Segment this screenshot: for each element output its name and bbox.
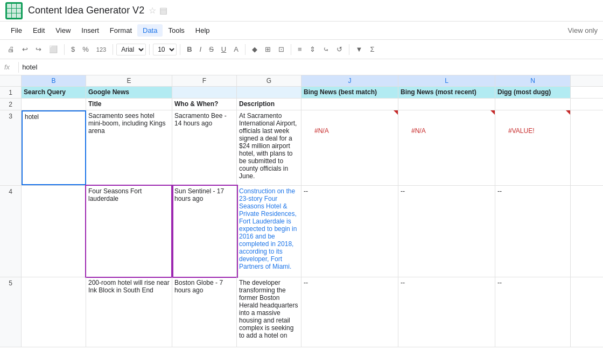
cell-N2[interactable] [495, 99, 571, 110]
cell-J2[interactable] [302, 99, 398, 110]
cell-E5[interactable]: 200-room hotel will rise near Ink Block … [86, 277, 172, 347]
cell-J1[interactable]: Bing News (best match) [302, 87, 398, 98]
merge-button[interactable]: ⊡ [275, 43, 288, 55]
col-F-header[interactable]: F [172, 75, 237, 86]
wrap-button[interactable]: ⤿ [320, 43, 332, 55]
toolbar-separator-7 [349, 44, 349, 55]
cell-F1[interactable] [172, 87, 237, 98]
column-headers: B E F G J L N [0, 75, 603, 87]
toolbar-separator-3 [149, 44, 150, 55]
row-3: 3 hotel Sacramento sees hotel mini-boom,… [0, 110, 603, 186]
menu-bar: File Edit View Insert Format Data Tools … [0, 22, 603, 40]
strikethrough-button[interactable]: S [206, 43, 217, 55]
percent-button[interactable]: % [79, 43, 92, 55]
cell-E1[interactable]: Google News [86, 87, 172, 98]
menu-view[interactable]: View [50, 24, 76, 37]
cell-J4[interactable]: -- [302, 186, 398, 277]
menu-insert[interactable]: Insert [76, 24, 104, 37]
cell-E4[interactable]: Four Seasons Fort lauderdale [86, 186, 172, 277]
toolbar: 🖨 ↩ ↪ ⬜ $ % 123 Arial 10 B I S U A ◆ ⊞ ⊡… [0, 40, 603, 59]
row-num-3: 3 [0, 110, 22, 185]
fill-color-button[interactable]: ◆ [249, 43, 261, 55]
formula-bar-separator [18, 62, 19, 73]
cell-G1[interactable] [237, 87, 302, 98]
cell-J5[interactable]: -- [302, 277, 398, 347]
cell-B5[interactable] [22, 277, 86, 347]
cell-F2[interactable]: Who & When? [172, 99, 237, 110]
borders-button[interactable]: ⊞ [262, 43, 274, 55]
cell-L3[interactable]: #N/A [398, 110, 495, 185]
cell-B3[interactable]: hotel [22, 110, 86, 185]
formula-value: hotel [22, 63, 37, 71]
col-L-header[interactable]: L [398, 75, 495, 86]
cell-N4[interactable]: -- [495, 186, 571, 277]
cell-N5[interactable]: -- [495, 277, 571, 347]
cell-G2[interactable]: Description [237, 99, 302, 110]
font-size-select[interactable]: 10 [153, 44, 177, 55]
cell-L1[interactable]: Bing News (most recent) [398, 87, 495, 98]
cell-F3[interactable]: Sacramento Bee - 14 hours ago [172, 110, 237, 185]
menu-file[interactable]: File [5, 24, 27, 37]
folder-icon[interactable]: ▤ [159, 5, 167, 16]
cell-F5[interactable]: Boston Globe - 7 hours ago [172, 277, 237, 347]
formula-bar: fx hotel [0, 59, 603, 75]
col-B-header[interactable]: B [22, 75, 86, 86]
cell-E3[interactable]: Sacramento sees hotel mini-boom, includi… [86, 110, 172, 185]
bold-button[interactable]: B [184, 43, 195, 55]
col-G-header[interactable]: G [237, 75, 302, 86]
corner-header [0, 75, 22, 86]
cell-G5[interactable]: The developer transforming the former Bo… [237, 277, 302, 347]
toolbar-separator-5 [245, 44, 246, 55]
spreadsheet-title: Content Idea Generator V2 [28, 5, 144, 16]
cell-L2[interactable] [398, 99, 495, 110]
redo-button[interactable]: ↪ [32, 43, 45, 55]
font-name-select[interactable]: Arial [116, 44, 146, 55]
app-icon-grid [7, 4, 21, 18]
cell-F4[interactable]: Sun Sentinel - 17 hours ago [172, 186, 237, 277]
cell-J3[interactable]: #N/A [302, 110, 398, 185]
menu-help[interactable]: Help [190, 24, 215, 37]
cell-B2[interactable] [22, 99, 86, 110]
paint-format-button[interactable]: ⬜ [46, 43, 61, 55]
cell-N3[interactable]: #VALUE! [495, 110, 571, 185]
filter-button[interactable]: ▼ [353, 43, 366, 55]
undo-button[interactable]: ↩ [19, 43, 31, 55]
cell-L5[interactable]: -- [398, 277, 495, 347]
cell-E2[interactable]: Title [86, 99, 172, 110]
rotate-button[interactable]: ↺ [333, 43, 346, 55]
row-4: 4 Four Seasons Fort lauderdale Sun Senti… [0, 186, 603, 277]
sum-button[interactable]: Σ [367, 43, 377, 55]
cell-N1[interactable]: Digg (most dugg) [495, 87, 571, 98]
toolbar-separator-2 [113, 44, 113, 55]
toolbar-separator-6 [291, 44, 291, 55]
cell-L4[interactable]: -- [398, 186, 495, 277]
toolbar-separator-1 [64, 44, 65, 55]
app-icon [5, 2, 23, 19]
row-num-5: 5 [0, 277, 22, 347]
col-N-header[interactable]: N [495, 75, 571, 86]
menu-tools[interactable]: Tools [163, 24, 190, 37]
col-E-header[interactable]: E [86, 75, 172, 86]
fx-label: fx [4, 63, 10, 71]
halign-button[interactable]: ≡ [295, 43, 305, 55]
cell-G4[interactable]: Construction on the 23-story Four Season… [237, 186, 302, 277]
cell-G3[interactable]: At Sacramento International Airport, off… [237, 110, 302, 185]
star-icon[interactable]: ☆ [149, 5, 156, 16]
currency-button[interactable]: $ [68, 43, 78, 55]
cell-B1[interactable]: Search Query [22, 87, 86, 98]
valign-button[interactable]: ⇕ [306, 43, 319, 55]
text-color-button[interactable]: A [230, 43, 242, 55]
italic-button[interactable]: I [197, 43, 205, 55]
menu-data[interactable]: Data [137, 24, 163, 37]
row-1: 1 Search Query Google News Bing News (be… [0, 87, 603, 99]
menu-edit[interactable]: Edit [27, 24, 50, 37]
format123-button[interactable]: 123 [93, 44, 109, 55]
cell-B4[interactable] [22, 186, 86, 277]
underline-button[interactable]: U [218, 43, 229, 55]
menu-format[interactable]: Format [104, 24, 137, 37]
spreadsheet: B E F G J L N 1 Search Query Google News… [0, 75, 603, 347]
print-button[interactable]: 🖨 [4, 43, 18, 55]
toolbar-separator-4 [180, 44, 180, 55]
col-J-header[interactable]: J [302, 75, 398, 86]
row-2: 2 Title Who & When? Description [0, 99, 603, 110]
